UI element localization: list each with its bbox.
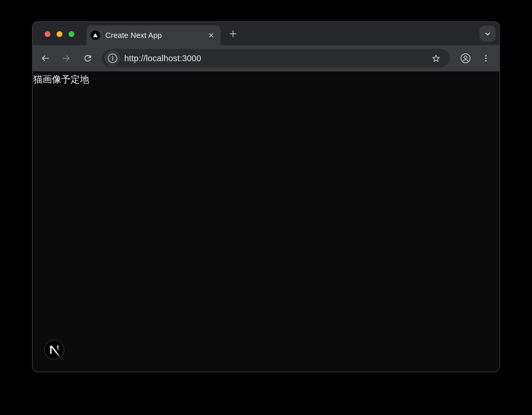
tab-close-button[interactable] [206,31,216,40]
close-window-button[interactable] [45,31,50,37]
kebab-menu-icon [481,53,491,63]
browser-toolbar: http://localhost:3000 [33,45,499,71]
chevron-down-icon [484,30,491,38]
nextjs-devtools-button[interactable] [44,340,64,360]
back-arrow-icon [40,53,50,63]
forward-button[interactable] [60,52,73,65]
plus-icon [228,29,238,38]
close-icon [208,32,214,38]
menu-button[interactable] [480,52,492,65]
forward-arrow-icon [61,53,71,63]
browser-tab[interactable]: Create Next App [87,25,220,45]
reload-icon [83,53,93,63]
page-content: 猫画像予定地 [33,71,499,372]
info-icon [108,53,118,63]
tab-strip: Create Next App [33,22,499,45]
url-text: http://localhost:3000 [124,49,201,68]
back-button[interactable] [39,52,52,65]
tab-list-button[interactable] [480,26,496,42]
nextjs-logo-icon [44,340,64,360]
tab-title: Create Next App [105,31,162,40]
window-controls [45,31,74,37]
profile-icon [460,53,471,64]
profile-button[interactable] [459,52,472,65]
new-tab-button[interactable] [227,27,239,40]
browser-window: Create Next App [33,22,499,372]
reload-button[interactable] [81,52,94,65]
vercel-triangle-icon [91,31,100,40]
site-info-button[interactable] [105,50,120,66]
star-icon [431,53,441,64]
minimize-window-button[interactable] [57,31,62,37]
cat-image-placeholder-text: 猫画像予定地 [33,71,499,85]
bookmark-button[interactable] [430,52,442,65]
address-bar[interactable]: http://localhost:3000 [102,49,450,68]
zoom-window-button[interactable] [69,31,74,37]
